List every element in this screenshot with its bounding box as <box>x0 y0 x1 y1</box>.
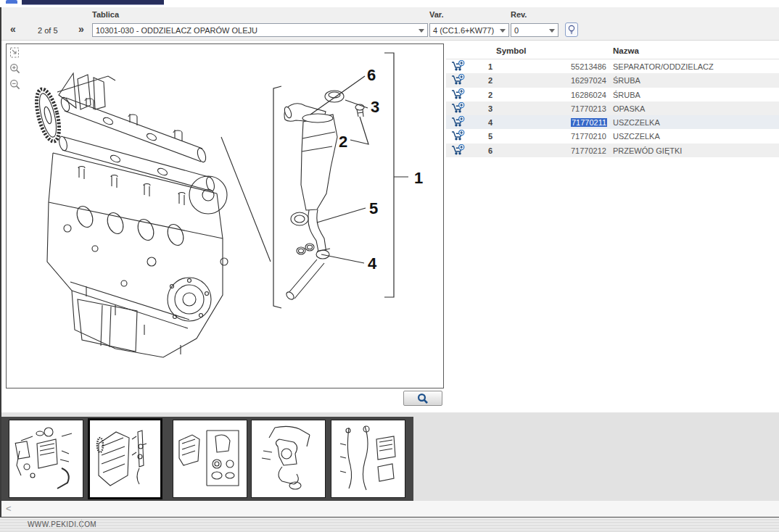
zoom-in-icon[interactable] <box>9 63 21 75</box>
next-table-button[interactable]: » <box>78 24 84 34</box>
part-number-cell: 71770213 <box>571 104 606 113</box>
callout-number: 5 <box>369 199 378 217</box>
thumbnail-page-1[interactable] <box>9 420 83 498</box>
parts-table-body: 155213486SEPARATOR/ODDZIELACZ216297024ŚR… <box>446 59 779 157</box>
part-number-cell: 55213486 <box>571 62 606 71</box>
var-label: Var. <box>429 10 444 19</box>
part-name-cell: ŚRUBA <box>613 91 640 99</box>
var-select-value: 4 (CC1.6+KW77) <box>433 26 494 35</box>
fit-selection-icon[interactable] <box>9 47 21 59</box>
hint-button[interactable] <box>565 22 578 37</box>
part-number-cell: 71770210 <box>571 132 606 141</box>
nazwa-column-header: Nazwa <box>613 46 639 55</box>
parts-table: Symbol Nazwa 155213486SEPARATOR/ODDZIELA… <box>446 43 779 157</box>
thumbnail-page-4[interactable] <box>251 420 326 498</box>
prev-table-button[interactable]: « <box>10 24 16 34</box>
thumbnail-page-3[interactable] <box>173 420 247 498</box>
part-name-cell: OPASKA <box>613 104 645 113</box>
browser-tab-bar <box>22 0 164 5</box>
thumbnail-page-2[interactable] <box>88 418 162 499</box>
search-button[interactable] <box>403 391 442 406</box>
chevron-down-icon <box>419 29 424 33</box>
footer: WWW.PEKIDI.COM <box>0 518 779 532</box>
callout-number: 4 <box>368 254 377 273</box>
symbol-cell: 4 <box>488 118 492 127</box>
add-to-cart-button[interactable] <box>451 74 466 86</box>
diagram-toolbar <box>9 47 21 91</box>
diagram-panel: 6 3 2 1 5 4 <box>6 43 444 388</box>
separator-part-drawing <box>284 91 364 301</box>
table-row[interactable]: 671770212PRZEWÓD GIĘTKI <box>446 144 779 157</box>
parts-catalog-window: Tablica Var. Rev. « 2 of 5 » 10301-030 -… <box>0 0 779 532</box>
rev-label: Rev. <box>511 10 527 19</box>
table-row[interactable]: 371770213OPASKA <box>446 101 779 115</box>
symbol-column-header: Symbol <box>496 46 527 55</box>
part-name-cell: USZCZELKA <box>613 118 660 127</box>
symbol-cell: 3 <box>488 104 492 113</box>
table-row[interactable]: 571770210USZCZELKA <box>446 129 779 143</box>
callout-number: 1 <box>414 169 423 187</box>
thumbnail-scrollbar: < <box>1 501 779 517</box>
thumbnail-region <box>1 412 779 501</box>
engine-diagram: 6 3 2 1 5 4 <box>7 44 443 388</box>
tablica-label: Tablica <box>92 10 119 19</box>
part-name-cell: USZCZELKA <box>613 132 660 141</box>
rev-select-value: 0 <box>514 26 519 35</box>
symbol-cell: 1 <box>488 62 492 71</box>
add-to-cart-button[interactable] <box>451 88 466 101</box>
symbol-cell: 5 <box>488 132 492 141</box>
search-icon <box>417 393 429 404</box>
table-row[interactable]: 216286024ŚRUBA <box>446 88 779 101</box>
add-to-cart-button[interactable] <box>451 144 466 157</box>
footer-site-text: WWW.PEKIDI.COM <box>28 520 96 528</box>
zoom-out-icon[interactable] <box>9 79 21 91</box>
add-to-cart-button[interactable] <box>451 60 466 72</box>
browser-remnant-strip <box>0 0 779 7</box>
callout-leaders <box>273 53 408 308</box>
scroll-left-arrow[interactable]: < <box>6 503 12 514</box>
add-to-cart-button[interactable] <box>451 116 466 128</box>
chevron-down-icon <box>549 29 555 33</box>
callout-number: 6 <box>367 66 376 84</box>
var-select[interactable]: 4 (CC1.6+KW77) <box>429 23 509 37</box>
add-to-cart-button[interactable] <box>451 102 466 115</box>
part-number-cell: 71770212 <box>571 146 606 155</box>
footer-separator <box>81 519 82 529</box>
thumbnail-filmstrip <box>1 417 413 501</box>
add-to-cart-button[interactable] <box>451 130 466 142</box>
callout-number: 2 <box>339 133 347 151</box>
part-name-cell: ŚRUBA <box>613 76 640 85</box>
rev-select[interactable]: 0 <box>511 23 559 37</box>
parts-table-header: Symbol Nazwa <box>446 43 779 59</box>
chevron-down-icon <box>500 29 506 33</box>
table-row[interactable]: 471770211USZCZELKA <box>446 115 779 129</box>
page-indicator: 2 of 5 <box>38 26 58 35</box>
thumbnail-page-5[interactable] <box>331 420 405 498</box>
lightbulb-icon <box>567 25 576 35</box>
symbol-cell: 2 <box>488 76 492 85</box>
part-name-cell: SEPARATOR/ODDZIELACZ <box>613 62 714 71</box>
table-row[interactable]: 216297024ŚRUBA <box>446 73 779 87</box>
tablica-select-value: 10301-030 - ODDZIELACZ OPARÓW OLEJU <box>96 26 257 35</box>
part-number-cell: 71770211 <box>571 118 607 127</box>
toolbar: Tablica Var. Rev. « 2 of 5 » 10301-030 -… <box>1 7 779 41</box>
engine-line-art <box>32 73 271 357</box>
symbol-cell: 6 <box>488 146 492 155</box>
part-name-cell: PRZEWÓD GIĘTKI <box>613 146 682 155</box>
table-row[interactable]: 155213486SEPARATOR/ODDZIELACZ <box>446 59 779 73</box>
symbol-cell: 2 <box>488 91 492 99</box>
tablica-select[interactable]: 10301-030 - ODDZIELACZ OPARÓW OLEJU <box>92 23 428 37</box>
callout-number: 3 <box>371 98 379 116</box>
part-number-cell: 16297024 <box>571 76 606 85</box>
brand-chip-icon <box>6 0 17 4</box>
part-number-cell: 16286024 <box>571 91 606 99</box>
